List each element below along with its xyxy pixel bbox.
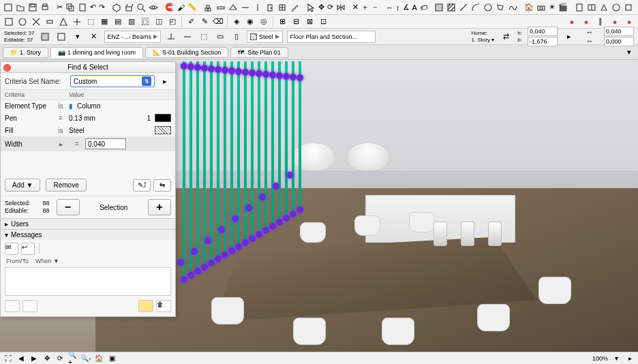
- nav-zoom-in-icon[interactable]: 🔍+: [67, 353, 78, 364]
- tool-stair[interactable]: [289, 1, 300, 14]
- tool-cube[interactable]: [111, 1, 122, 14]
- tool2-red2[interactable]: ●: [580, 16, 592, 28]
- remove-button[interactable]: Remove: [46, 179, 86, 192]
- criteria-row-pen[interactable]: Pen = 0.13 mm1: [1, 112, 175, 124]
- tab-living-room[interactable]: 📷1 dinning and living room: [50, 47, 143, 58]
- tool2-red1[interactable]: ●: [566, 16, 578, 28]
- tool2-a[interactable]: [3, 16, 15, 28]
- criteria-row-element-type[interactable]: Element Type is ▮Column: [1, 100, 175, 112]
- tool2-j[interactable]: ▥: [125, 16, 138, 28]
- tool-new[interactable]: [3, 1, 14, 14]
- view-combo[interactable]: Floor Plan and Section...: [287, 31, 376, 43]
- tool-slab[interactable]: [215, 1, 226, 14]
- tool-cursor[interactable]: [305, 1, 316, 14]
- tool-x[interactable]: ✕: [352, 1, 359, 14]
- messages-list[interactable]: [5, 267, 171, 296]
- tool2-w[interactable]: ⊡: [317, 16, 329, 28]
- nav-fit-icon[interactable]: ⛶: [3, 353, 14, 364]
- width-input[interactable]: [85, 138, 126, 149]
- tab-section[interactable]: 📐S-01 Building Section: [145, 47, 228, 58]
- tool-magnet[interactable]: 🧲: [164, 1, 175, 14]
- tool-eye[interactable]: [148, 1, 159, 14]
- material-combo[interactable]: Steel ▶: [247, 31, 283, 43]
- nav-pan-icon[interactable]: ✥: [42, 353, 52, 364]
- add-to-selection-button[interactable]: +: [148, 199, 171, 215]
- tool-detail[interactable]: [611, 1, 622, 14]
- panel-titlebar[interactable]: Find & Select: [1, 62, 175, 73]
- tool-undo[interactable]: ↶: [89, 1, 97, 14]
- tool2-d[interactable]: [44, 16, 56, 28]
- tool-window[interactable]: [277, 1, 288, 14]
- tool2-red3[interactable]: ●: [609, 16, 621, 28]
- users-header[interactable]: ▸Users: [1, 219, 175, 229]
- add-button[interactable]: Add ▼: [5, 179, 40, 192]
- criteria-set-dropdown[interactable]: Custom ⇅: [70, 75, 155, 87]
- link-axis-icon[interactable]: ⇄: [500, 31, 512, 43]
- tool-paint[interactable]: 🖌: [177, 1, 185, 14]
- tool2-v[interactable]: ⊠: [303, 16, 316, 28]
- stepper-icon[interactable]: ▸: [563, 31, 575, 43]
- tool-copy[interactable]: [65, 1, 76, 14]
- tool-redo[interactable]: ↷: [98, 1, 106, 14]
- tool2-t[interactable]: ⊞: [276, 16, 288, 28]
- zoom-menu-icon[interactable]: ▾: [611, 353, 622, 364]
- criteria-row-fill[interactable]: Fill is Steel: [1, 124, 175, 136]
- criteria-row-width[interactable]: Width ▸ =: [1, 136, 175, 151]
- construct-1-icon[interactable]: ⬚: [198, 31, 210, 43]
- msg-delete-icon[interactable]: 🗑: [156, 300, 171, 312]
- tab-story[interactable]: 📁1. Story: [3, 47, 48, 58]
- tool-save[interactable]: [27, 1, 38, 14]
- wire-mode-icon[interactable]: [55, 31, 67, 43]
- h-input[interactable]: [528, 27, 558, 36]
- tool2-red4[interactable]: ●: [623, 16, 635, 28]
- profile-a-icon[interactable]: [165, 31, 177, 43]
- tool-roof[interactable]: [228, 1, 239, 14]
- tool2-l[interactable]: ◫: [153, 16, 165, 28]
- tab-options-icon[interactable]: ▾: [623, 46, 635, 59]
- offset-bot-icon[interactable]: ↔: [581, 37, 598, 45]
- tool-door[interactable]: [264, 1, 275, 14]
- nav-next-icon[interactable]: ▶: [29, 353, 40, 364]
- nav-home-icon[interactable]: 🏠: [93, 353, 104, 364]
- tool-minus[interactable]: －: [371, 1, 380, 14]
- tool-rotate[interactable]: ⟳: [326, 1, 334, 14]
- tool-column[interactable]: [252, 1, 263, 14]
- msg-action-1[interactable]: [5, 300, 20, 312]
- tool-fill[interactable]: [434, 1, 444, 14]
- copy-settings-icon[interactable]: ⇆: [153, 179, 171, 192]
- wall-mode-icon[interactable]: [39, 31, 51, 43]
- tool2-p[interactable]: ⌫: [212, 16, 224, 28]
- tool2-e[interactable]: [57, 16, 70, 28]
- offset2-input[interactable]: [604, 37, 634, 46]
- when-label[interactable]: When ▼: [35, 258, 59, 264]
- tool-plus[interactable]: ＋: [361, 1, 369, 14]
- tool-home[interactable]: 🏠: [523, 1, 534, 14]
- tool-dim-h[interactable]: ↔: [385, 1, 394, 14]
- enz-combo[interactable]: ENZ -...- Beams ▶: [104, 31, 162, 43]
- tool-print[interactable]: [40, 1, 50, 14]
- tool-measure[interactable]: 📏: [187, 1, 198, 14]
- msg-flag-icon[interactable]: [138, 300, 153, 312]
- tool-render[interactable]: 🎬: [558, 1, 568, 14]
- construct-2-icon[interactable]: ▭: [214, 31, 226, 43]
- offset1-input[interactable]: [604, 27, 634, 36]
- close-icon[interactable]: [3, 64, 11, 72]
- options-icon[interactable]: ▾: [72, 31, 84, 43]
- offset-top-icon[interactable]: ↔: [581, 28, 598, 36]
- tool-mirror[interactable]: [335, 1, 346, 14]
- b-input[interactable]: [528, 37, 558, 46]
- tool-camera[interactable]: [536, 1, 547, 14]
- tool2-o[interactable]: ✎: [198, 16, 211, 28]
- tool-circle[interactable]: [483, 1, 493, 14]
- tool2-g[interactable]: ⬚: [85, 16, 97, 28]
- tool2-b[interactable]: [16, 16, 29, 28]
- nav-right-icon[interactable]: ▸: [624, 353, 635, 364]
- cross-icon[interactable]: ✕: [88, 31, 100, 43]
- tool-paste[interactable]: [77, 1, 88, 14]
- tool-dim-v[interactable]: ↕: [395, 1, 401, 14]
- tool-open[interactable]: [15, 1, 26, 14]
- flyout-arrow-icon[interactable]: ▸: [159, 75, 171, 87]
- msg-action-2[interactable]: [22, 300, 37, 312]
- msg-new-icon[interactable]: ✉: [5, 243, 18, 255]
- pick-icon[interactable]: ✎⤴: [133, 179, 151, 192]
